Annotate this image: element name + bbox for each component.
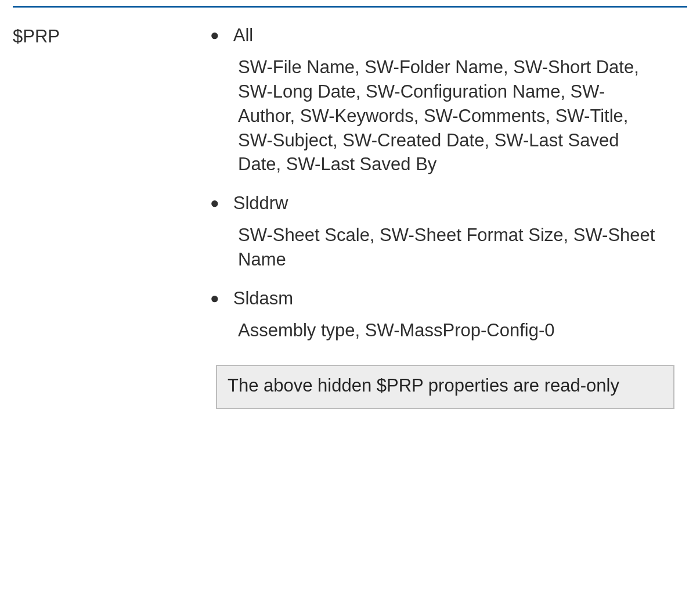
bullet-row: ● All — [210, 24, 687, 47]
note-text: The above hidden $PRP properties are rea… — [228, 375, 619, 396]
list-item: ● All SW-File Name, SW-Folder Name, SW-S… — [210, 24, 687, 177]
bullet-row: ● Sldasm — [210, 287, 687, 310]
right-column: ● All SW-File Name, SW-Folder Name, SW-S… — [210, 24, 687, 409]
list-item: ● Slddrw SW-Sheet Scale, SW-Sheet Format… — [210, 192, 687, 272]
item-title: Sldasm — [233, 287, 293, 310]
item-description: SW-Sheet Scale, SW-Sheet Format Size, SW… — [238, 223, 656, 272]
bullet-icon: ● — [210, 24, 233, 46]
note-box: The above hidden $PRP properties are rea… — [216, 365, 674, 409]
item-description: Assembly type, SW-MassProp-Config-0 — [238, 318, 656, 343]
item-description: SW-File Name, SW-Folder Name, SW-Short D… — [238, 55, 656, 177]
property-row: $PRP ● All SW-File Name, SW-Folder Name,… — [13, 24, 687, 409]
section-label: $PRP — [13, 26, 60, 46]
bullet-icon: ● — [210, 192, 233, 214]
item-title: Slddrw — [233, 192, 288, 215]
section-divider — [13, 6, 687, 8]
list-item: ● Sldasm Assembly type, SW-MassProp-Conf… — [210, 287, 687, 343]
item-title: All — [233, 24, 253, 47]
property-list: ● All SW-File Name, SW-Folder Name, SW-S… — [210, 24, 687, 343]
bullet-row: ● Slddrw — [210, 192, 687, 215]
bullet-icon: ● — [210, 287, 233, 309]
left-column: $PRP — [13, 24, 210, 47]
